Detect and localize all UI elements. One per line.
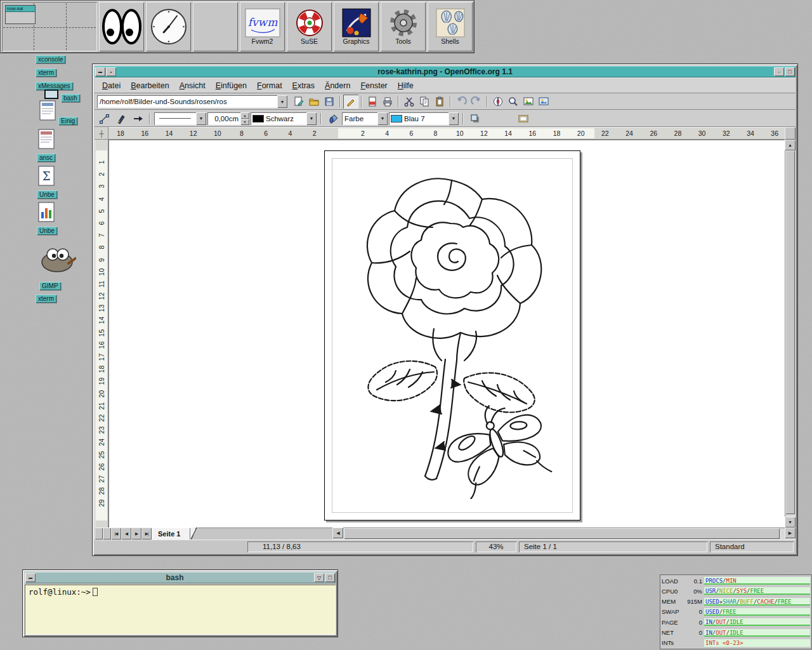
print-button[interactable] — [380, 95, 395, 109]
navigator-button[interactable] — [490, 95, 506, 109]
line-style-dropdown[interactable] — [196, 112, 206, 125]
menu-item[interactable]: Format — [252, 79, 287, 92]
menu-item[interactable]: Ansicht — [174, 79, 211, 92]
last-page-button[interactable] — [141, 527, 152, 540]
document-icon[interactable] — [39, 100, 56, 123]
window-menu-button[interactable] — [95, 67, 105, 76]
window-sticky-button[interactable] — [106, 67, 116, 76]
menu-item[interactable]: Datei — [97, 79, 126, 92]
launcher-tools[interactable]: Tools — [381, 2, 426, 51]
cut-button[interactable] — [402, 95, 417, 109]
line-color-combo[interactable]: Schwarz — [251, 112, 317, 125]
oo-titlebar[interactable]: rose-kathrin.png - OpenOffice.org 1.1 — [95, 66, 796, 77]
document-page[interactable] — [324, 150, 580, 521]
next-page-button[interactable] — [131, 527, 141, 540]
launcher-fvwm2[interactable]: fvwm Fvwm2 — [240, 2, 285, 51]
pane-split-button[interactable] — [95, 527, 103, 540]
gimp-wilber-icon[interactable] — [37, 242, 76, 277]
gallery-button[interactable] — [521, 95, 536, 109]
copy-button[interactable] — [417, 95, 432, 109]
desktop-icon-xconsole[interactable]: xconsole — [36, 55, 65, 63]
desktop-icon-xterm2[interactable]: xterm — [36, 295, 56, 303]
clock-button[interactable] — [146, 2, 191, 51]
menu-item[interactable]: Fenster — [355, 79, 392, 92]
line-width-spinner[interactable]: 0,00cm — [207, 112, 249, 125]
drawing-canvas[interactable] — [108, 140, 785, 527]
maximize-button[interactable] — [325, 573, 335, 582]
fill-type-combo[interactable]: Farbe — [342, 112, 388, 125]
terminal-titlebar[interactable]: bash — [25, 572, 336, 583]
fill-color-dropdown[interactable] — [449, 112, 459, 125]
shadow-toggle-button[interactable] — [468, 112, 483, 126]
line-style-combo[interactable] — [154, 112, 206, 125]
ruler-origin-corner[interactable] — [95, 127, 108, 140]
iconify-button[interactable] — [314, 573, 324, 582]
window-menu-button[interactable] — [25, 573, 36, 582]
iconify-button[interactable] — [774, 67, 784, 76]
menu-item[interactable]: Ändern — [320, 79, 355, 92]
launcher-suse[interactable]: SuSE — [287, 2, 332, 51]
undo-button[interactable] — [454, 95, 469, 109]
desktop-icon-xterm[interactable]: xterm — [36, 69, 56, 77]
export-pdf-button[interactable] — [365, 95, 380, 109]
edit-points-button[interactable] — [97, 112, 112, 126]
url-field[interactable]: /home/rolf/Bilder-und-Sounds/rosen/ros — [97, 95, 277, 108]
pager-mini-window[interactable]: rose-kat — [5, 5, 36, 24]
desktop-icon-bash[interactable]: bash — [61, 94, 80, 102]
page-tab[interactable]: Seite 1 — [152, 527, 190, 540]
line-width-value[interactable]: 0,00cm — [207, 112, 240, 125]
redo-button[interactable] — [469, 95, 484, 109]
launcher-graphics[interactable]: Graphics — [334, 2, 379, 51]
desktop-icon-ansc[interactable]: ansc — [37, 154, 55, 162]
line-button[interactable] — [114, 112, 129, 126]
edit-mode-toggle[interactable] — [343, 95, 358, 109]
line-width-down-button[interactable] — [240, 119, 249, 125]
horizontal-ruler[interactable]: 1816141210864224681012141618202224262830… — [108, 127, 785, 140]
previous-page-button[interactable] — [121, 527, 131, 540]
desktop-icon-gimp[interactable]: GIMP — [39, 282, 61, 290]
status-zoom[interactable]: 43% — [476, 541, 516, 552]
save-button[interactable] — [322, 95, 337, 109]
scrollbar-corner-button[interactable] — [785, 127, 796, 140]
scroll-left-button[interactable] — [332, 527, 343, 538]
fill-color-combo[interactable]: Blau 7 — [389, 112, 459, 125]
status-page-style[interactable]: Standard — [710, 541, 794, 552]
vertical-scroll-thumb[interactable] — [785, 150, 795, 514]
menu-item[interactable]: Hilfe — [393, 79, 419, 92]
terminal-screen[interactable]: rolf@linux:~> — [25, 585, 336, 635]
document-icon[interactable] — [38, 129, 55, 152]
url-dropdown-button[interactable] — [277, 95, 287, 108]
load-url-combo[interactable]: /home/rolf/Bilder-und-Sounds/rosen/ros — [97, 95, 287, 108]
horizontal-scrollbar[interactable] — [332, 527, 796, 540]
menu-item[interactable]: Bearbeiten — [126, 79, 174, 92]
zoom-button[interactable] — [506, 95, 521, 109]
sigma-document-icon[interactable]: Σ — [38, 166, 55, 189]
xeyes-button[interactable] — [99, 2, 144, 51]
pane-split-button[interactable] — [103, 527, 111, 540]
menu-item[interactable]: Einfügen — [211, 79, 252, 92]
launcher-shells[interactable]: Shells — [428, 2, 473, 51]
desktop-icon-unbe2[interactable]: Unbe — [37, 227, 57, 235]
arrow-style-button[interactable] — [130, 112, 145, 126]
maximize-button[interactable] — [785, 67, 795, 76]
area-fill-button[interactable] — [325, 112, 341, 126]
fill-type-dropdown[interactable] — [377, 112, 388, 125]
image-bar-button[interactable] — [516, 112, 531, 126]
scroll-down-button[interactable] — [785, 517, 796, 527]
paste-button[interactable] — [432, 95, 447, 109]
edit-file-button[interactable] — [291, 95, 306, 109]
menu-item[interactable]: Extras — [287, 79, 320, 92]
line-width-up-button[interactable] — [240, 112, 249, 119]
line-color-dropdown[interactable] — [306, 112, 317, 125]
scroll-up-button[interactable] — [785, 140, 796, 150]
fvwm-pager[interactable]: rose-kat — [2, 2, 97, 51]
first-page-button[interactable] — [111, 527, 121, 540]
empty-panel-button[interactable] — [193, 2, 238, 51]
insert-graphics-button[interactable] — [536, 95, 551, 109]
horizontal-scroll-thumb[interactable] — [344, 528, 780, 539]
desktop-icon-unbe1[interactable]: Unbe — [37, 190, 57, 199]
desktop-icon-einig[interactable]: Einig — [58, 117, 77, 125]
scroll-right-button[interactable] — [785, 527, 796, 538]
open-button[interactable] — [306, 95, 322, 109]
vertical-ruler[interactable]: 1234567891011121314151617181920212223242… — [95, 140, 108, 527]
